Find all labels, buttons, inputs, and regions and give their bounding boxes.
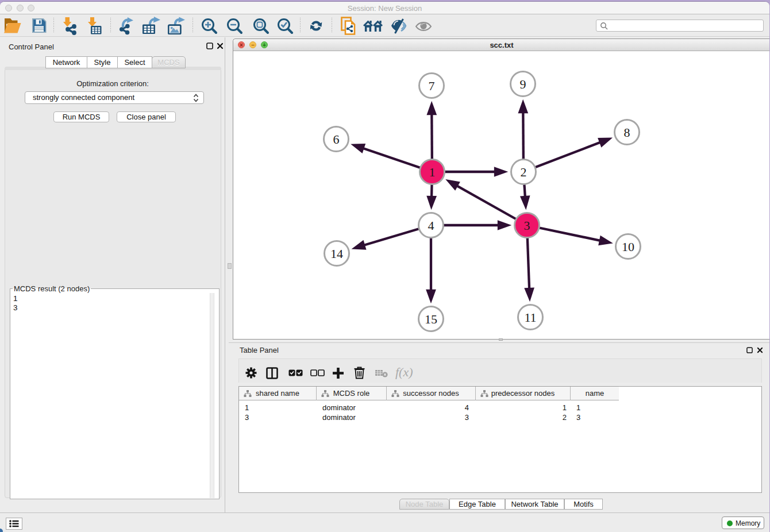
svg-text:1: 1 xyxy=(429,165,436,179)
svg-text:3: 3 xyxy=(524,218,530,233)
svg-text:4: 4 xyxy=(428,218,434,233)
svg-text:8: 8 xyxy=(624,125,630,140)
svg-text:2: 2 xyxy=(521,165,527,179)
svg-text:7: 7 xyxy=(429,79,435,93)
svg-text:15: 15 xyxy=(425,312,437,326)
svg-text:11: 11 xyxy=(524,310,536,325)
svg-text:10: 10 xyxy=(622,240,634,254)
svg-text:9: 9 xyxy=(520,77,526,91)
svg-text:6: 6 xyxy=(333,132,340,147)
svg-text:14: 14 xyxy=(330,246,343,261)
